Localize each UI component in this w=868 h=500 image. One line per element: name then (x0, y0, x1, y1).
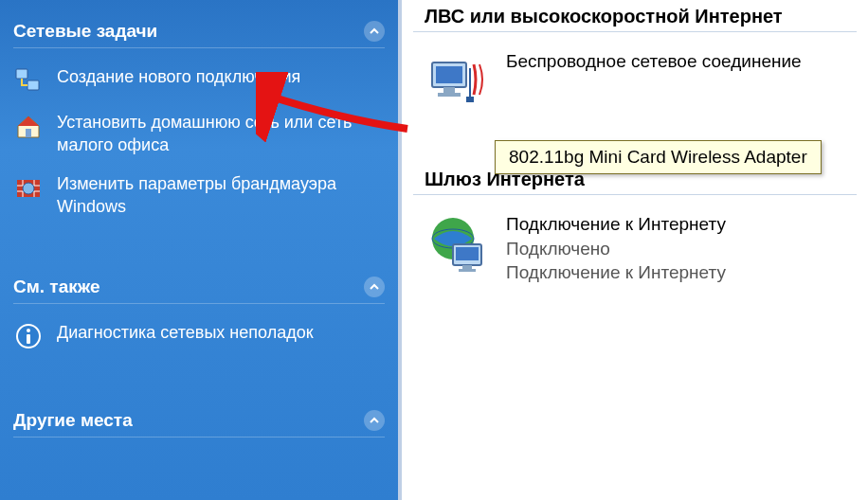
connection-subtitle: Подключение к Интернету (506, 260, 857, 285)
svg-point-4 (23, 183, 34, 194)
task-change-firewall[interactable]: Изменить параметры брандмауэра Windows (13, 165, 385, 226)
panel-title: См. также (13, 277, 100, 297)
task-network-diagnostics[interactable]: Диагностика сетевых неполадок (13, 313, 385, 359)
svg-rect-13 (466, 97, 474, 102)
svg-rect-1 (27, 80, 39, 90)
svg-point-6 (27, 329, 30, 332)
connection-title: Подключение к Интернету (506, 212, 857, 237)
task-label: Диагностика сетевых неполадок (57, 321, 385, 344)
connection-wireless[interactable]: Беспроводное сетевое соединение (402, 38, 868, 127)
collapse-icon[interactable] (364, 410, 385, 431)
firewall-icon (13, 172, 44, 203)
task-setup-home-network[interactable]: Установить домашнюю сеть или сеть малого… (13, 103, 385, 165)
info-icon (13, 321, 44, 351)
connection-title: Беспроводное сетевое соединение (506, 49, 857, 74)
task-label: Изменить параметры брандмауэра Windows (57, 172, 385, 219)
panel-header-see-also[interactable]: См. также (13, 256, 385, 304)
panel-title: Сетевые задачи (13, 21, 157, 42)
connection-text: Беспроводное сетевое соединение (506, 49, 857, 74)
svg-rect-9 (436, 66, 462, 83)
network-wizard-icon (13, 65, 44, 96)
task-label: Установить домашнюю сеть или сеть малого… (57, 111, 385, 157)
svg-rect-2 (26, 129, 31, 137)
svg-rect-18 (462, 265, 472, 269)
panel-see-also: См. также Диагностика сетевых неполадок (0, 256, 398, 370)
connections-content: ЛВС или высокоскоростной Интернет Беспро… (398, 0, 868, 500)
panel-header-other-places[interactable]: Другие места (13, 389, 385, 438)
home-network-icon (13, 111, 44, 141)
internet-gateway-icon (425, 212, 491, 278)
tasks-sidebar: Сетевые задачи Создание нового подключен… (0, 0, 398, 500)
tooltip-adapter-name: 802.11bg Mini Card Wireless Adapter (495, 140, 822, 174)
panel-header-network-tasks[interactable]: Сетевые задачи (13, 0, 385, 48)
svg-rect-11 (438, 93, 461, 97)
svg-rect-7 (27, 334, 30, 344)
svg-rect-19 (459, 269, 476, 272)
svg-rect-10 (443, 87, 455, 93)
collapse-icon[interactable] (364, 21, 385, 42)
svg-rect-17 (456, 247, 479, 260)
connection-status: Подключено (506, 237, 857, 261)
svg-rect-0 (16, 69, 27, 79)
group-header-lan: ЛВС или высокоскоростной Интернет (413, 0, 857, 32)
task-create-new-connection[interactable]: Создание нового подключения (13, 58, 385, 103)
task-list: Создание нового подключения Установить д… (13, 48, 385, 237)
task-list: Диагностика сетевых неполадок (13, 304, 385, 370)
wireless-connection-icon (425, 49, 491, 116)
panel-network-tasks: Сетевые задачи Создание нового подключен… (0, 0, 398, 237)
connection-internet-gateway[interactable]: Подключение к Интернету Подключено Подкл… (402, 201, 868, 296)
task-label: Создание нового подключения (57, 65, 385, 88)
connection-text: Подключение к Интернету Подключено Подкл… (506, 212, 857, 285)
collapse-icon[interactable] (364, 277, 385, 297)
panel-title: Другие места (13, 410, 133, 431)
panel-other-places: Другие места (0, 389, 398, 438)
